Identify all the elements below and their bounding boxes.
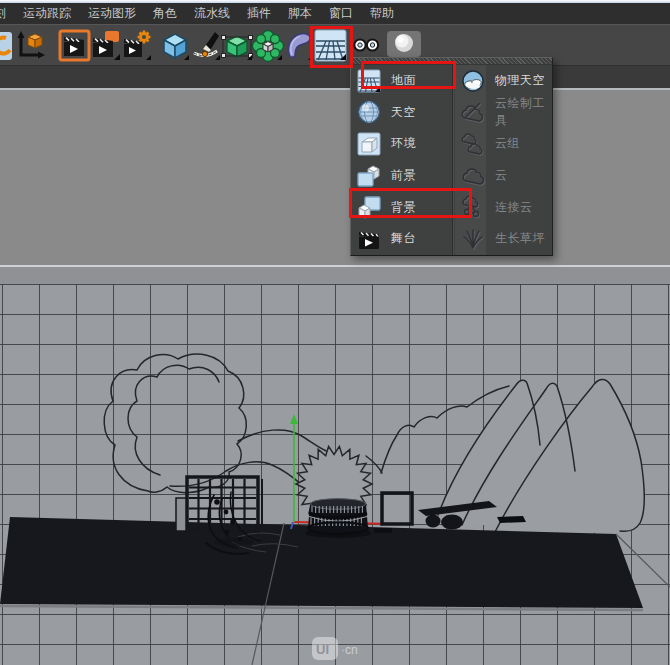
grass-icon (461, 227, 485, 251)
array-icon[interactable] (251, 29, 285, 63)
menu-item-physical-sky[interactable]: 物理天空 (455, 65, 554, 97)
menu-item-plugins[interactable]: 插件 (247, 5, 271, 22)
render-settings-icon[interactable] (120, 29, 154, 63)
foreground-icon (357, 164, 381, 188)
menu-item-label: 物理天空 (495, 72, 545, 89)
menu-item-label: 云绘制工具 (495, 95, 554, 129)
menu-item-cloud-group[interactable]: 云组 (455, 128, 554, 160)
menu-item-label: 环境 (391, 135, 416, 152)
svg-text:UI: UI (316, 642, 329, 657)
bend-deformer-icon[interactable] (282, 29, 316, 63)
menu-item-sculpt-partial[interactable]: 刻 (0, 5, 6, 22)
floor-objects-icon[interactable] (314, 29, 348, 63)
menu-item-label: 前景 (391, 167, 416, 184)
menu-item-label: 云 (495, 167, 508, 184)
menu-item-grow-grass[interactable]: 生长草坪 (455, 223, 554, 255)
pen-spline-icon[interactable] (189, 29, 223, 63)
menu-item-cloud[interactable]: 云 (455, 160, 554, 192)
pot-object (426, 515, 441, 528)
menu-item-label: 舞台 (391, 230, 416, 247)
menu-item-label: 生长草坪 (495, 230, 545, 247)
frame-object (382, 493, 412, 524)
cloud-pen-icon (461, 100, 485, 124)
menu-right-column: 物理天空 云绘制工具 (455, 65, 554, 255)
menu-item-label: 地面 (391, 72, 416, 89)
environment-icon (357, 132, 381, 156)
menu-item-mograph[interactable]: 运动图形 (88, 5, 136, 22)
menu-item-pipeline[interactable]: 流水线 (194, 5, 230, 22)
cinema4d-window: 刻 运动跟踪 运动图形 角色 流水线 插件 脚本 窗口 帮助 (0, 0, 670, 665)
subdivision-surface-icon[interactable] (220, 29, 254, 63)
physical-sky-icon (461, 69, 485, 93)
floor-icon (357, 69, 381, 93)
menu-item-label: 天空 (391, 104, 416, 121)
menu-item-motion-tracker[interactable]: 运动跟踪 (23, 5, 71, 22)
menu-item-label: 云组 (495, 135, 520, 152)
menu-item-label: 连接云 (495, 199, 533, 216)
upper-viewport-empty-area[interactable] (0, 90, 670, 265)
viewport-canvas[interactable]: UI ·cn (0, 265, 670, 665)
coordinates-icon[interactable] (14, 29, 48, 63)
menu-item-connect-cloud[interactable]: 连接云 (455, 191, 554, 223)
toolbar-lower-strip (0, 66, 670, 90)
gear (138, 31, 151, 44)
background-icon (357, 195, 381, 219)
menu-item-character[interactable]: 角色 (153, 5, 177, 22)
sky-icon (357, 100, 381, 124)
watermark: UI ·cn (312, 637, 358, 660)
svg-text:·cn: ·cn (341, 643, 358, 657)
stage-clapperboard-icon (357, 227, 381, 251)
menu-item-window[interactable]: 窗口 (329, 5, 353, 22)
menu-tearoff-handle[interactable] (351, 58, 552, 65)
podium-cylinder (305, 499, 371, 539)
render-to-picture-viewer-icon[interactable] (89, 29, 123, 63)
add-cube-icon[interactable] (158, 29, 192, 63)
menu-bar: 刻 运动跟踪 运动图形 角色 流水线 插件 脚本 窗口 帮助 (0, 3, 670, 24)
orange-cube (28, 34, 42, 48)
environment-object-menu: 地面 天空 (350, 57, 553, 256)
main-toolbar (0, 24, 670, 66)
menu-item-cloud-paint-tool[interactable]: 云绘制工具 (455, 97, 554, 129)
menu-item-label: 背景 (391, 199, 416, 216)
menu-item-script[interactable]: 脚本 (288, 5, 312, 22)
render-view-icon[interactable] (58, 29, 92, 63)
viewport-scene: UI ·cn (0, 265, 670, 665)
menu-item-help[interactable]: 帮助 (370, 5, 394, 22)
connect-cloud-icon (461, 195, 485, 219)
cloud-group-icon (461, 132, 485, 156)
cloud-icon (461, 164, 485, 188)
